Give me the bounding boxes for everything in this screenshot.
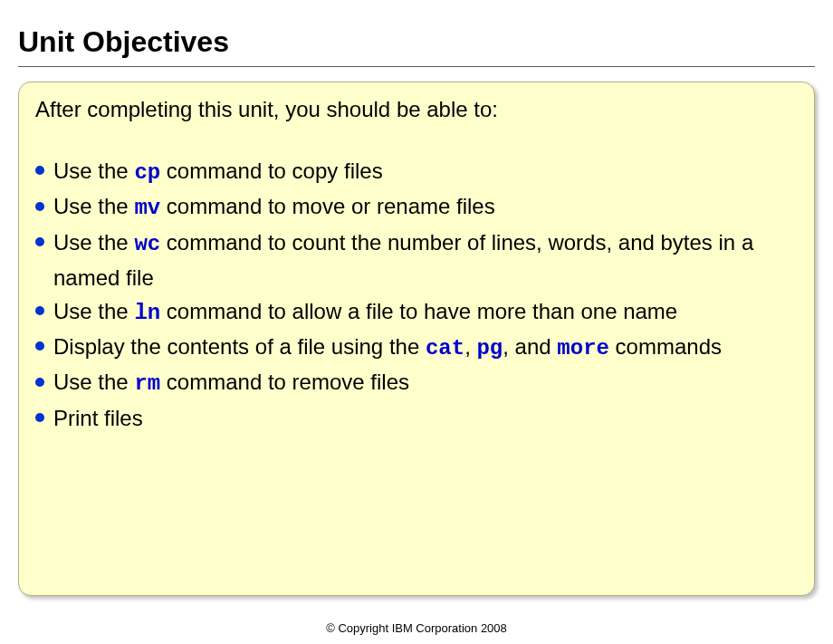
item-text: Use the: [53, 370, 134, 394]
list-item: Use the wc command to count the number o…: [35, 226, 798, 294]
slide: Unit Objectives After completing this un…: [0, 0, 833, 644]
command-text: more: [557, 336, 609, 360]
command-text: cp: [134, 160, 160, 185]
item-text: commands: [609, 334, 722, 359]
intro-text: After completing this unit, you should b…: [35, 95, 798, 123]
item-text: command to remove files: [160, 370, 409, 394]
item-text: Use the: [53, 159, 134, 183]
item-text: , and: [503, 334, 557, 359]
command-text: ln: [134, 301, 160, 325]
item-text: command to allow a file to have more tha…: [160, 299, 677, 323]
content-box: After completing this unit, you should b…: [18, 82, 815, 596]
list-item: Print files: [35, 401, 798, 435]
list-item: Use the ln command to allow a file to ha…: [35, 294, 798, 330]
command-text: rm: [134, 371, 160, 396]
item-text: Use the: [53, 194, 134, 218]
item-text: command to move or rename files: [160, 194, 494, 218]
command-text: wc: [134, 232, 160, 256]
list-item: Use the rm command to remove files: [35, 365, 798, 400]
list-item: Display the contents of a file using the…: [35, 330, 798, 365]
list-item: Use the mv command to move or rename fil…: [35, 189, 798, 225]
item-text: Use the: [53, 299, 134, 323]
objectives-list: Use the cp command to copy files Use the…: [35, 154, 798, 435]
command-text: cat: [426, 336, 464, 360]
command-text: mv: [134, 196, 160, 220]
slide-title: Unit Objectives: [18, 25, 815, 67]
item-text: Print files: [53, 406, 143, 430]
list-item: Use the cp command to copy files: [35, 154, 798, 189]
item-text: Display the contents of a file using the: [53, 334, 426, 359]
command-text: pg: [476, 336, 503, 360]
item-text: Use the: [53, 230, 134, 255]
item-text: ,: [464, 334, 476, 359]
item-text: command to copy files: [160, 159, 382, 183]
copyright-text: © Copyright IBM Corporation 2008: [0, 621, 833, 635]
